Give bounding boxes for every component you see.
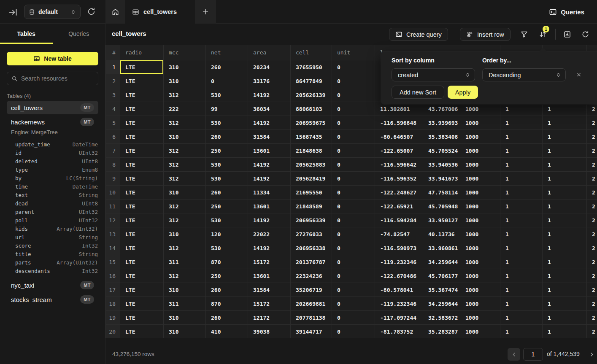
table-cell[interactable]: 14192 xyxy=(248,213,291,227)
table-cell[interactable]: 0 xyxy=(332,227,375,241)
chevron-right-icon[interactable] xyxy=(586,349,597,359)
table-cell[interactable]: 14192 xyxy=(248,88,291,102)
table-cell[interactable]: -80.578041 xyxy=(375,283,423,297)
table-cell[interactable]: 33176 xyxy=(248,74,291,88)
table-cell[interactable]: 1000 xyxy=(460,158,500,172)
column-header[interactable]: net xyxy=(206,45,248,60)
page-number-input[interactable] xyxy=(523,348,543,361)
table-cell[interactable]: 1 xyxy=(500,158,543,172)
table-cell[interactable]: 120 xyxy=(206,227,248,241)
sidebar-tab-tables[interactable]: Tables xyxy=(0,24,53,44)
table-cell[interactable]: 33.939693 xyxy=(423,116,460,130)
table-cell[interactable]: 260 xyxy=(206,130,248,144)
table-cell[interactable]: 312 xyxy=(164,144,206,158)
table-cell[interactable]: 312 xyxy=(164,158,206,172)
table-cell[interactable]: 14192 xyxy=(248,241,291,255)
table-cell[interactable]: LTE xyxy=(120,241,164,255)
sidebar-item-cell-towers[interactable]: cell_towers MT xyxy=(7,101,98,114)
table-cell[interactable]: -119.232346 xyxy=(375,297,423,311)
table-cell[interactable]: 37655950 xyxy=(291,60,332,74)
download-icon[interactable] xyxy=(562,29,573,40)
table-cell[interactable]: 1 xyxy=(543,130,587,144)
table-cell[interactable]: -116.594284 xyxy=(375,213,423,227)
table-cell[interactable]: 1 xyxy=(500,325,543,339)
table-cell[interactable]: 312 xyxy=(164,172,206,186)
table-cell[interactable]: LTE xyxy=(120,116,164,130)
table-cell[interactable]: 1 xyxy=(500,144,543,158)
table-cell[interactable]: 1 xyxy=(543,213,587,227)
table-cell[interactable]: 201376787 xyxy=(291,255,332,269)
table-cell[interactable]: 311 xyxy=(164,255,206,269)
refresh-table-icon[interactable] xyxy=(580,29,591,40)
table-cell[interactable]: 1000 xyxy=(460,269,500,283)
table-cell[interactable]: 0 xyxy=(332,74,375,88)
table-cell[interactable]: 312 xyxy=(164,88,206,102)
table-cell[interactable]: LTE xyxy=(120,311,164,325)
table-cell[interactable]: 312 xyxy=(164,269,206,283)
table-cell[interactable]: 35.383408 xyxy=(423,130,460,144)
table-cell[interactable]: 222 xyxy=(164,102,206,116)
table-cell[interactable]: 47.758114 xyxy=(423,186,460,200)
table-cell[interactable]: 530 xyxy=(206,241,248,255)
table-cell[interactable]: 40.13736 xyxy=(423,227,460,241)
table-cell[interactable]: 2 xyxy=(587,325,597,339)
table-cell[interactable]: 32.583672 xyxy=(423,311,460,325)
table-cell[interactable]: -116.596848 xyxy=(375,116,423,130)
table-cell[interactable]: 311 xyxy=(164,297,206,311)
home-button[interactable] xyxy=(105,0,125,24)
table-cell[interactable]: 35.367474 xyxy=(423,283,460,297)
table-cell[interactable]: 11334 xyxy=(248,186,291,200)
table-cell[interactable]: 310 xyxy=(164,60,206,74)
table-cell[interactable]: -80.646507 xyxy=(375,130,423,144)
table-cell[interactable]: -122.248627 xyxy=(375,186,423,200)
table-cell[interactable]: 1 xyxy=(500,116,543,130)
table-cell[interactable]: 2 xyxy=(587,130,597,144)
table-cell[interactable]: 45.706177 xyxy=(423,269,460,283)
table-cell[interactable]: 310 xyxy=(164,227,206,241)
table-cell[interactable]: 1000 xyxy=(460,297,500,311)
table-cell[interactable]: -119.232346 xyxy=(375,255,423,269)
table-cell[interactable]: 0 xyxy=(332,255,375,269)
table-cell[interactable]: 2 xyxy=(587,297,597,311)
table-cell[interactable]: 2 xyxy=(587,116,597,130)
table-cell[interactable]: 310 xyxy=(164,186,206,200)
table-cell[interactable]: 21695550 xyxy=(291,186,332,200)
table-cell[interactable]: 0 xyxy=(332,158,375,172)
sidebar-item-hackernews[interactable]: hackernews MT xyxy=(7,115,98,129)
table-cell[interactable]: 1 xyxy=(500,186,543,200)
table-cell[interactable]: LTE xyxy=(120,158,164,172)
table-cell[interactable]: 1 xyxy=(500,241,543,255)
table-cell[interactable]: 2 xyxy=(587,311,597,325)
table-cell[interactable]: -116.596642 xyxy=(375,158,423,172)
table-cell[interactable]: 1 xyxy=(543,325,587,339)
table-cell[interactable]: 1 xyxy=(543,172,587,186)
table-cell[interactable]: 22324236 xyxy=(291,269,332,283)
table-cell[interactable]: 1000 xyxy=(460,283,500,297)
table-cell[interactable]: 870 xyxy=(206,297,248,311)
table-cell[interactable]: 202669881 xyxy=(291,297,332,311)
table-cell[interactable]: 250 xyxy=(206,200,248,213)
table-cell[interactable]: 33.950127 xyxy=(423,213,460,227)
table-cell[interactable]: 2 xyxy=(587,269,597,283)
table-cell[interactable]: -122.65007 xyxy=(375,144,423,158)
table-cell[interactable]: 250 xyxy=(206,144,248,158)
table-cell[interactable]: 260 xyxy=(206,186,248,200)
table-cell[interactable]: 21848589 xyxy=(291,200,332,213)
table-cell[interactable]: 14192 xyxy=(248,158,291,172)
table-cell[interactable]: 1 xyxy=(500,283,543,297)
table-cell[interactable]: 530 xyxy=(206,213,248,227)
table-cell[interactable]: 1 xyxy=(543,227,587,241)
table-cell[interactable]: 1 xyxy=(543,200,587,213)
sidebar-tab-queries[interactable]: Queries xyxy=(53,24,105,44)
table-cell[interactable]: 2 xyxy=(587,158,597,172)
column-header[interactable]: unit xyxy=(332,45,375,60)
table-cell[interactable]: LTE xyxy=(120,102,164,116)
table-cell[interactable]: 1000 xyxy=(460,186,500,200)
table-cell[interactable]: 86477849 xyxy=(291,74,332,88)
table-cell[interactable]: 0 xyxy=(332,213,375,227)
table-cell[interactable]: LTE xyxy=(120,227,164,241)
table-cell[interactable]: 1000 xyxy=(460,241,500,255)
table-cell[interactable]: 1000 xyxy=(460,325,500,339)
sort-column-select[interactable]: created xyxy=(392,68,475,81)
table-cell[interactable]: 1000 xyxy=(460,130,500,144)
